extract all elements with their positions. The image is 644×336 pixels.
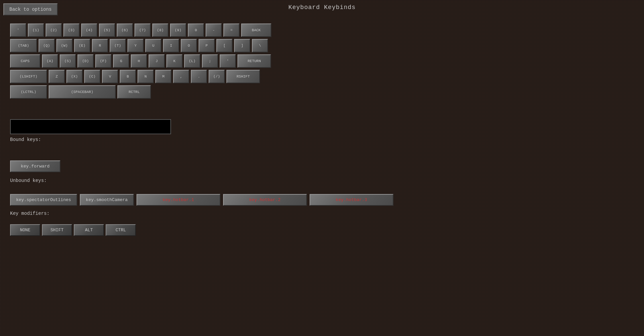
key-g[interactable]: G (113, 54, 129, 68)
key-y[interactable]: Y (127, 39, 144, 52)
keyboard-row-5: (LCTRL) (SPACEBAR) RCTRL (10, 85, 271, 99)
key-s[interactable]: (S) (60, 54, 76, 68)
key-smooth-camera-button[interactable]: key.smoothCamera (80, 194, 134, 206)
keyboard-row-1: ' (1) (2) (3) (4) (5) (6) (7) (8) (9) 0 … (10, 23, 271, 37)
key-h[interactable]: H (131, 54, 147, 68)
key-r[interactable]: R (92, 39, 108, 52)
back-button[interactable]: Back to options (3, 3, 58, 15)
modifier-none-button[interactable]: NONE (10, 224, 40, 236)
key-e[interactable]: (E) (74, 39, 90, 52)
bound-keys-label: Bound keys: (10, 137, 41, 142)
key-lbracket[interactable]: [ (216, 39, 232, 52)
key-2[interactable]: (2) (46, 23, 62, 37)
key-minus[interactable]: - (206, 23, 222, 37)
key-lshift[interactable]: (LSHIFT) (10, 70, 47, 83)
key-backtick[interactable]: ' (10, 23, 26, 37)
key-9[interactable]: (9) (170, 23, 186, 37)
key-rshift[interactable]: RSHIFT (226, 70, 260, 83)
key-back[interactable]: BACK (241, 23, 271, 37)
keyboard: ' (1) (2) (3) (4) (5) (6) (7) (8) (9) 0 … (10, 23, 271, 99)
key-forward-button[interactable]: key.forward (10, 160, 60, 172)
key-equals[interactable]: = (223, 23, 239, 37)
key-5[interactable]: (5) (99, 23, 115, 37)
key-k[interactable]: K (166, 54, 182, 68)
key-6[interactable]: (6) (117, 23, 133, 37)
key-c[interactable]: (C) (84, 70, 100, 83)
selected-key-display (10, 119, 171, 134)
key-q[interactable]: (Q) (39, 39, 55, 52)
key-0[interactable]: 0 (188, 23, 204, 37)
key-hotbar-3-button[interactable]: key.hotbar.3 (310, 194, 393, 206)
key-rctrl[interactable]: RCTRL (117, 85, 151, 99)
keyboard-row-4: (LSHIFT) Z (X) (C) V B N M , . (/) RSHIF… (10, 70, 271, 83)
key-backslash[interactable]: \ (252, 39, 268, 52)
key-hotbar-1-button[interactable]: key.hotbar.1 (137, 194, 220, 206)
key-quote[interactable]: ' (220, 54, 236, 68)
key-hotbar-2-button[interactable]: key.hotbar.2 (223, 194, 307, 206)
modifier-ctrl-button[interactable]: CTRL (106, 224, 136, 236)
key-4[interactable]: (4) (81, 23, 97, 37)
key-1[interactable]: (1) (28, 23, 44, 37)
key-spacebar[interactable]: (SPACEBAR) (49, 85, 116, 99)
key-period[interactable]: . (191, 70, 207, 83)
key-p[interactable]: P (199, 39, 215, 52)
key-caps[interactable]: CAPS (10, 54, 40, 68)
key-a[interactable]: (A) (42, 54, 58, 68)
key-spectator-outlines-button[interactable]: key.spectatorOutlines (10, 194, 77, 206)
key-b[interactable]: B (120, 70, 136, 83)
key-w[interactable]: (W) (56, 39, 72, 52)
key-i[interactable]: I (163, 39, 179, 52)
key-o[interactable]: O (181, 39, 197, 52)
page-title: Keyboard Keybinds (0, 0, 644, 15)
key-d[interactable]: (D) (77, 54, 94, 68)
key-x[interactable]: (X) (66, 70, 83, 83)
key-z[interactable]: Z (49, 70, 65, 83)
keyboard-row-3: CAPS (A) (S) (D) (F) G H J K (L) ; ' RET… (10, 54, 271, 68)
key-return[interactable]: RETURN (237, 54, 271, 68)
key-7[interactable]: (7) (135, 23, 151, 37)
modifier-shift-button[interactable]: SHIFT (42, 224, 72, 236)
key-t[interactable]: (T) (110, 39, 126, 52)
key-f[interactable]: (F) (95, 54, 111, 68)
key-comma[interactable]: , (173, 70, 189, 83)
keyboard-row-2: (TAB) (Q) (W) (E) R (T) Y U I O P [ ] \ (10, 39, 271, 52)
key-m[interactable]: M (155, 70, 171, 83)
key-tab[interactable]: (TAB) (10, 39, 37, 52)
modifier-alt-button[interactable]: ALT (74, 224, 104, 236)
key-u[interactable]: U (145, 39, 161, 52)
bound-keys-row: key.forward (10, 160, 60, 172)
key-rbracket[interactable]: ] (234, 39, 250, 52)
unbound-keys-row: key.spectatorOutlines key.smoothCamera k… (10, 194, 393, 206)
key-l[interactable]: (L) (184, 54, 200, 68)
key-lctrl[interactable]: (LCTRL) (10, 85, 47, 99)
key-modifiers-label: Key modifiers: (10, 211, 50, 216)
key-8[interactable]: (8) (152, 23, 168, 37)
key-n[interactable]: N (138, 70, 154, 83)
key-3[interactable]: (3) (63, 23, 79, 37)
key-v[interactable]: V (102, 70, 118, 83)
key-semicolon[interactable]: ; (202, 54, 218, 68)
key-j[interactable]: J (149, 54, 165, 68)
modifiers-row: NONE SHIFT ALT CTRL (10, 224, 136, 236)
key-slash[interactable]: (/) (209, 70, 225, 83)
unbound-keys-label: Unbound keys: (10, 178, 47, 183)
